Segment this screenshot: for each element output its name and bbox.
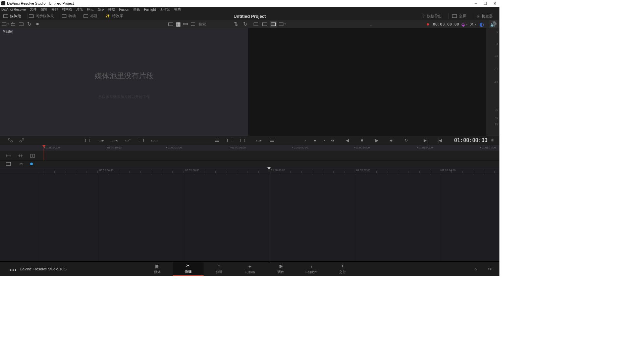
prev-edit-button[interactable]: |◀	[436, 137, 443, 143]
tools-button-3[interactable]	[239, 137, 246, 143]
view-thumb-button[interactable]: ▦	[174, 21, 182, 28]
video-trim-button[interactable]	[18, 137, 25, 143]
mute-button[interactable]: 🔊	[489, 20, 497, 28]
page-tab-color[interactable]: ◉调色	[265, 262, 296, 276]
tools-options-dropdown[interactable]: ✕	[469, 21, 477, 28]
viewer-timecode[interactable]: 00:00:00:00	[433, 22, 459, 27]
new-bin-button[interactable]: 🗀	[9, 21, 17, 28]
ws-mediapool[interactable]: 媒体池	[3, 13, 21, 18]
page-tab-edit[interactable]: ≡剪辑	[204, 262, 234, 276]
first-frame-button[interactable]: ⏮	[329, 137, 336, 143]
page-tab-label: Fairlight	[306, 270, 318, 274]
resync-button[interactable]: ↻	[241, 21, 249, 28]
mediapool-breadcrumb[interactable]: Master	[0, 28, 248, 34]
page-tab-fairlight[interactable]: ♪Fairlight	[296, 262, 327, 276]
menu-workspace[interactable]: 工作区	[160, 7, 170, 12]
marker-indicator[interactable]	[30, 163, 33, 165]
fast-review-button[interactable]: ▭▸	[255, 137, 262, 143]
rec-indicator[interactable]: ●	[424, 21, 432, 28]
loop-button[interactable]: ↻	[402, 137, 410, 143]
lower-playhead-icon[interactable]	[267, 167, 271, 170]
timeline-tracks[interactable]	[0, 173, 499, 261]
next-edit-button[interactable]: ▶|	[422, 137, 429, 143]
edit-tool-3[interactable]	[29, 153, 36, 159]
viewer-options-button[interactable]	[268, 137, 276, 143]
menu-file[interactable]: 文件	[30, 7, 37, 12]
place-button[interactable]	[138, 137, 145, 143]
page-tab-cut[interactable]: ✂快编	[173, 262, 204, 276]
minimize-button[interactable]	[471, 0, 481, 7]
link-button[interactable]: ⚭	[34, 21, 41, 28]
ws-syncbin[interactable]: 同步媒体夹	[29, 13, 54, 18]
menu-help[interactable]: 帮助	[174, 7, 181, 12]
play-reverse-button[interactable]: ◀	[343, 137, 351, 143]
closeup-button[interactable]: ▭⁺	[124, 137, 131, 143]
viewer[interactable]	[248, 28, 486, 136]
menu-davinci[interactable]: DaVinci Resolve	[1, 8, 26, 11]
project-settings-button[interactable]: ⚙	[486, 266, 493, 272]
search-input[interactable]: 搜索	[199, 21, 229, 27]
maximize-button[interactable]	[481, 0, 490, 7]
new-timeline-button[interactable]	[17, 21, 25, 28]
smart-insert-button[interactable]	[84, 137, 91, 143]
db-20: -20	[494, 81, 498, 84]
transport-timecode[interactable]: 01:00:00:00	[454, 137, 487, 143]
menu-fusion[interactable]: Fusion	[119, 8, 129, 11]
viewer-res-dropdown[interactable]	[278, 21, 286, 28]
razor-button[interactable]: ✂	[17, 161, 25, 167]
menu-trim[interactable]: 修剪	[51, 7, 58, 12]
audio-trim-button[interactable]	[7, 137, 14, 143]
media-icon: ▣	[155, 263, 159, 269]
tools-button-1[interactable]	[213, 137, 221, 143]
close-button[interactable]: ✕	[490, 0, 499, 7]
bypass-button[interactable]: ◐	[478, 21, 485, 28]
ws-quickexport[interactable]: ⇪ 快捷导出	[422, 14, 442, 19]
menu-fairlight[interactable]: Fairlight	[144, 8, 156, 11]
ripple-button[interactable]: ▭◂	[111, 137, 118, 143]
timeline-view-button[interactable]	[5, 161, 12, 167]
nav-next[interactable]: ›	[321, 137, 328, 143]
source-overwrite-button[interactable]: ▭▭	[151, 137, 158, 143]
upper-timeline-ruler[interactable]: 01:00:00:0001:00:10:0001:00:20:0001:00:3…	[0, 145, 499, 151]
ws-effects[interactable]: ✨ 特效库	[105, 13, 123, 18]
menu-timeline[interactable]: 时间线	[62, 7, 72, 12]
menu-view[interactable]: 显示	[98, 7, 104, 12]
menu-mark[interactable]: 标记	[87, 7, 94, 12]
play-button[interactable]: ▶	[373, 137, 380, 143]
page-tab-deliver[interactable]: ✈交付	[327, 262, 358, 276]
ws-transition[interactable]: 转场	[62, 13, 76, 18]
tools-button-2[interactable]	[226, 137, 233, 143]
viewer-timeline-button[interactable]	[270, 21, 277, 28]
edit-tool-1[interactable]	[5, 153, 12, 159]
page-tab-fusion[interactable]: ✦Fusion	[234, 262, 265, 276]
view-strip-button[interactable]	[182, 21, 189, 28]
transport-menu[interactable]: ≡	[489, 137, 496, 143]
append-button[interactable]: ▭▸	[97, 137, 105, 143]
stop-button[interactable]: ■	[358, 137, 366, 143]
menu-clip[interactable]: 片段	[76, 7, 83, 12]
upper-playhead-icon[interactable]	[42, 145, 46, 147]
import-dropdown[interactable]	[1, 21, 9, 28]
view-list-button[interactable]	[189, 21, 197, 28]
nav-prev[interactable]: ‹	[302, 137, 309, 143]
sort-button[interactable]: ⇅	[232, 21, 239, 28]
db-0: 0	[497, 30, 498, 33]
menu-playback[interactable]: 播放	[108, 7, 115, 12]
viewer-tape-button[interactable]	[261, 21, 268, 28]
ws-inspector[interactable]: ⚹ 检查器	[477, 14, 493, 19]
edit-tool-2[interactable]	[17, 153, 24, 159]
timeline-selector[interactable]	[322, 21, 372, 28]
menu-edit[interactable]: 编辑	[41, 7, 47, 12]
ws-title[interactable]: 标题	[84, 13, 98, 18]
viewer-src-button[interactable]	[252, 21, 260, 28]
ws-fullscreen[interactable]: 全屏	[452, 14, 466, 19]
last-frame-button[interactable]: ⏭	[388, 137, 395, 143]
menu-color[interactable]: 调色	[133, 7, 140, 12]
refresh-button[interactable]: ↻	[25, 21, 33, 28]
page-tab-media[interactable]: ▣媒体	[142, 262, 173, 276]
view-metadata-button[interactable]	[167, 21, 174, 28]
home-button[interactable]: ⌂	[472, 266, 479, 272]
nav-current[interactable]: ●	[311, 137, 319, 143]
tools-magnet-dropdown[interactable]: ⬙	[461, 21, 468, 28]
lower-timeline-ruler[interactable]: 00:59:56:0000:59:58:0001:00:00:0001:00:0…	[0, 167, 499, 173]
